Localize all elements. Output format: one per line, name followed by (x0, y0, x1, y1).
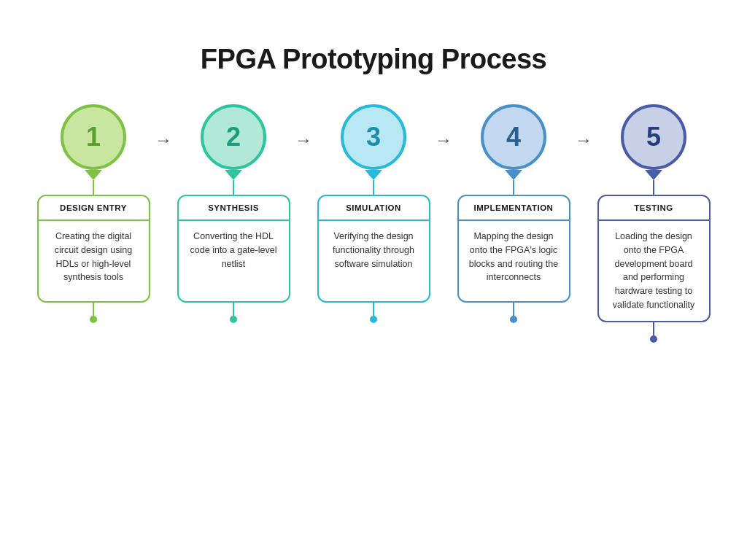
step-card-3: SIMULATIONVerifying the design functiona… (317, 195, 430, 303)
card-header-2: SYNTHESIS (179, 196, 289, 221)
step-1: 1DESIGN ENTRYCreating the digital circui… (35, 104, 152, 323)
bottom-connector-2 (233, 303, 234, 316)
bottom-connector-3 (373, 303, 374, 316)
card-header-1: DESIGN ENTRY (39, 196, 149, 221)
card-header-5: TESTING (599, 196, 709, 221)
step-arrow-4: → (575, 104, 592, 150)
arrow-icon: → (575, 130, 592, 150)
step-card-4: IMPLEMENTATIONMapping the design onto th… (457, 195, 570, 303)
step-bubble-3: 3 (341, 104, 406, 170)
arrow-icon: → (295, 130, 312, 150)
step-bubble-4: 4 (481, 104, 546, 170)
step-bubble-2: 2 (201, 104, 266, 170)
card-body-1: Creating the digital circuit design usin… (39, 221, 149, 301)
step-card-1: DESIGN ENTRYCreating the digital circuit… (37, 195, 150, 303)
bubble-connector-5 (653, 180, 654, 195)
bubble-pointer-1 (85, 170, 102, 180)
card-body-3: Verifying the design functionality throu… (319, 221, 429, 301)
step-5: 5TESTINGLoading the design onto the FPGA… (595, 104, 712, 343)
bottom-dot-3 (370, 316, 377, 323)
bubble-connector-2 (233, 180, 234, 195)
step-card-2: SYNTHESISConverting the HDL code into a … (177, 195, 290, 303)
bottom-dot-1 (90, 316, 97, 323)
bubble-pointer-2 (225, 170, 242, 180)
bottom-dot-2 (230, 316, 237, 323)
bubble-pointer-3 (365, 170, 382, 180)
step-bubble-5: 5 (621, 104, 686, 170)
page-title: FPGA Prototyping Process (201, 44, 546, 75)
step-4: 4IMPLEMENTATIONMapping the design onto t… (455, 104, 572, 323)
bubble-connector-4 (513, 180, 514, 195)
bottom-connector-4 (513, 303, 514, 316)
step-arrow-3: → (435, 104, 452, 150)
step-2: 2SYNTHESISConverting the HDL code into a… (175, 104, 292, 323)
step-arrow-2: → (295, 104, 312, 150)
bubble-connector-1 (93, 180, 94, 195)
arrow-icon: → (435, 130, 452, 150)
bottom-dot-4 (510, 316, 517, 323)
card-body-5: Loading the design onto the FPGA develop… (599, 221, 709, 321)
card-header-3: SIMULATION (319, 196, 429, 221)
step-arrow-1: → (155, 104, 172, 150)
bottom-dot-5 (650, 335, 657, 343)
card-body-2: Converting the HDL code into a gate-leve… (179, 221, 289, 301)
step-card-5: TESTINGLoading the design onto the FPGA … (597, 195, 711, 322)
card-header-4: IMPLEMENTATION (459, 196, 569, 221)
process-diagram: 1DESIGN ENTRYCreating the digital circui… (23, 104, 724, 343)
step-bubble-1: 1 (61, 104, 126, 170)
bubble-pointer-4 (505, 170, 522, 180)
bottom-connector-1 (93, 303, 94, 316)
bubble-pointer-5 (645, 170, 662, 180)
bottom-connector-5 (653, 322, 654, 335)
arrow-icon: → (155, 130, 172, 150)
step-3: 3SIMULATIONVerifying the design function… (315, 104, 432, 323)
card-body-4: Mapping the design onto the FPGA's logic… (459, 221, 569, 301)
bubble-connector-3 (373, 180, 374, 195)
